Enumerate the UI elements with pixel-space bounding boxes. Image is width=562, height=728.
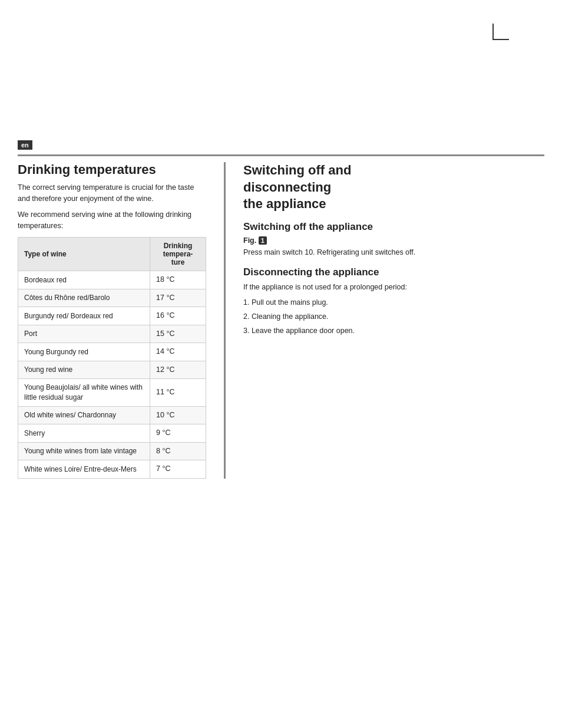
temp-value-cell: 16 °C — [150, 307, 206, 325]
right-column: Switching off and disconnecting the appl… — [243, 162, 544, 340]
intro-text-2: We recommend serving wine at the followi… — [18, 209, 206, 232]
vertical-divider — [224, 162, 226, 479]
wine-temperature-table: Type of wine Drinking tempera- ture Bord… — [18, 237, 206, 479]
table-row: Burgundy red/ Bordeaux red16 °C — [18, 307, 206, 325]
wine-type-cell: Bordeaux red — [18, 271, 150, 289]
fig-number: 1 — [259, 236, 267, 245]
wine-type-cell: Burgundy red/ Bordeaux red — [18, 307, 150, 325]
temp-value-cell: 10 °C — [150, 406, 206, 424]
list-item: 1. Pull out the mains plug. — [243, 297, 544, 308]
temp-value-cell: 11 °C — [150, 379, 206, 407]
table-row: Young Burgundy red14 °C — [18, 343, 206, 361]
list-item: 2. Cleaning the appliance. — [243, 311, 544, 322]
table-row: Young red wine12 °C — [18, 361, 206, 379]
wine-type-cell: Young white wines from late vintage — [18, 442, 150, 460]
left-column: Drinking temperatures The correct servin… — [18, 162, 206, 479]
wine-type-cell: Young Burgundy red — [18, 343, 150, 361]
temp-value-cell: 7 °C — [150, 460, 206, 479]
disconnect-steps-list: 1. Pull out the mains plug.2. Cleaning t… — [243, 297, 544, 336]
list-item: 3. Leave the appliance door open. — [243, 325, 544, 337]
temp-value-cell: 17 °C — [150, 289, 206, 307]
temp-value-cell: 14 °C — [150, 343, 206, 361]
table-row: Port15 °C — [18, 325, 206, 343]
wine-type-cell: Old white wines/ Chardonnay — [18, 406, 150, 424]
temp-value-cell: 18 °C — [150, 271, 206, 289]
switch-off-text: Press main switch 10. Refrigerating unit… — [243, 247, 544, 258]
wine-type-cell: Young Beaujolais/ all white wines with l… — [18, 379, 150, 407]
table-row: Bordeaux red18 °C — [18, 271, 206, 289]
switching-off-subtitle: Switching off the appliance — [243, 221, 544, 233]
table-row: Young Beaujolais/ all white wines with l… — [18, 379, 206, 407]
col-temp-header: Drinking tempera- ture — [150, 238, 206, 271]
language-badge: en — [18, 140, 32, 150]
disconnect-intro: If the appliance is not used for a prolo… — [243, 282, 544, 293]
table-row: Young white wines from late vintage8 °C — [18, 442, 206, 460]
temp-value-cell: 12 °C — [150, 361, 206, 379]
intro-text-1: The correct serving temperature is cruci… — [18, 182, 206, 205]
top-area — [18, 12, 544, 46]
table-row: Old white wines/ Chardonnay10 °C — [18, 406, 206, 424]
col-wine-header: Type of wine — [18, 238, 150, 271]
temp-value-cell: 8 °C — [150, 442, 206, 460]
corner-mark-icon — [492, 24, 509, 40]
section-divider-top — [18, 154, 544, 156]
two-column-layout: Drinking temperatures The correct servin… — [18, 162, 544, 479]
drinking-temps-title: Drinking temperatures — [18, 162, 206, 177]
table-row: Côtes du Rhône red/Barolo17 °C — [18, 289, 206, 307]
wine-type-cell: White wines Loire/ Entre-deux-Mers — [18, 460, 150, 479]
table-row: White wines Loire/ Entre-deux-Mers7 °C — [18, 460, 206, 479]
page-wrapper: en Drinking temperatures The correct ser… — [0, 0, 562, 490]
disconnecting-subtitle: Disconnecting the appliance — [243, 266, 544, 278]
temp-value-cell: 15 °C — [150, 325, 206, 343]
wine-type-cell: Port — [18, 325, 150, 343]
wine-type-cell: Côtes du Rhône red/Barolo — [18, 289, 150, 307]
switching-off-main-title: Switching off and disconnecting the appl… — [243, 162, 544, 213]
table-row: Sherry9 °C — [18, 424, 206, 443]
fig-label: Fig. 1 — [243, 236, 544, 245]
wine-type-cell: Young red wine — [18, 361, 150, 379]
temp-value-cell: 9 °C — [150, 424, 206, 443]
wine-type-cell: Sherry — [18, 424, 150, 443]
